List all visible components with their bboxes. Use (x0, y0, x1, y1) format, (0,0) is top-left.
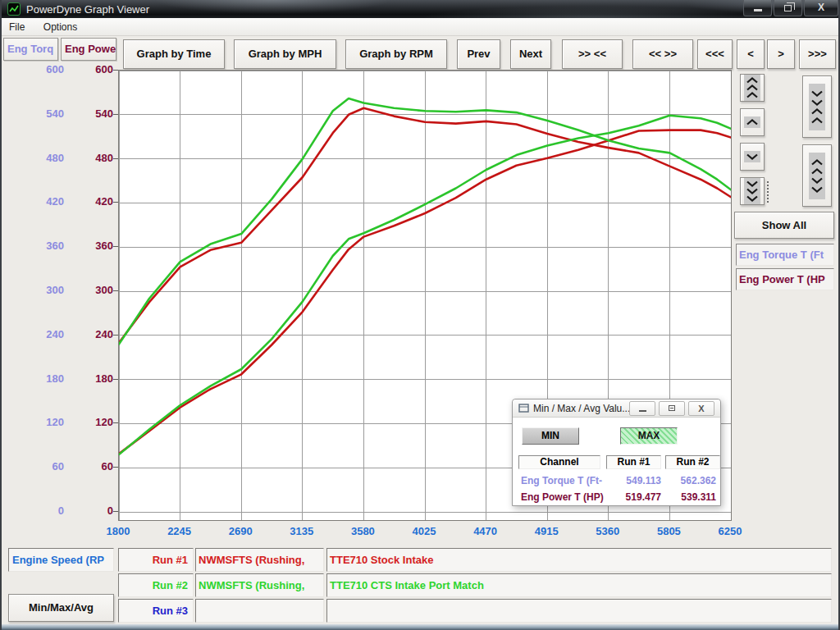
y-axis-label-power: 420 (67, 195, 113, 208)
power-run2-value: 539.311 (665, 491, 716, 503)
power-channel-button[interactable]: Eng Power T (HP (736, 268, 834, 290)
max-toggle-button[interactable]: MAX (620, 427, 678, 445)
y-axis-label-power: 0 (67, 504, 113, 518)
pan-right-fast-button[interactable]: >>> (799, 39, 836, 69)
run2-file-field[interactable]: NWMSFTS (Rushing, (195, 573, 324, 597)
scroll-up-fast-icon (744, 75, 760, 101)
minmax-close-button[interactable]: X (688, 401, 714, 416)
scroll-up-fast-button[interactable] (740, 74, 765, 102)
y-axis-label-torque: 540 (2, 107, 64, 121)
minmax-window: Min / Max / Avg Valu... X MIN MAX Channe… (512, 399, 721, 506)
run2-header[interactable]: Run #2 (665, 455, 720, 469)
minmaxavg-button[interactable]: Min/Max/Avg (8, 594, 114, 622)
y-axis-label-torque: 360 (2, 240, 64, 253)
y-axis-label-power: 60 (67, 460, 113, 473)
y-axis-label-power: 480 (67, 152, 113, 165)
pan-left-button[interactable]: < (737, 39, 765, 69)
power-run1-value: 519.477 (606, 491, 661, 503)
prev-button[interactable]: Prev (457, 39, 500, 69)
y-axis-label-torque: 60 (2, 460, 64, 473)
y-axis-label-torque: 480 (2, 152, 64, 165)
run3-description-field[interactable] (326, 599, 832, 623)
y-axis-label-power: 300 (67, 284, 113, 297)
x-axis-label: 5805 (644, 525, 693, 537)
menu-file[interactable]: File (2, 18, 32, 33)
y-axis-label-power: 360 (67, 240, 113, 253)
y-axis-label-power: 120 (67, 416, 113, 429)
x-axis-label: 4470 (461, 525, 510, 537)
x-axis-label: 6250 (705, 525, 755, 537)
scroll-down-fast-button[interactable] (740, 177, 765, 205)
minmax-restore-button[interactable] (659, 401, 685, 416)
minimize-icon (754, 9, 762, 11)
minmax-minimize-button[interactable] (629, 401, 655, 416)
x-axis-label: 2690 (216, 525, 265, 537)
zoom-out-horizontal-button[interactable]: << >> (632, 39, 693, 69)
y-axis-label-power: 180 (67, 372, 113, 386)
window-bottom-frame (2, 624, 838, 630)
run1-label[interactable]: Run #1 (118, 548, 194, 572)
x-axis-label: 3135 (277, 525, 326, 537)
x-axis-label: 4025 (399, 525, 449, 537)
channel-header[interactable]: Channel (518, 455, 600, 469)
x-axis-label: 3580 (338, 525, 387, 537)
torque-run2-value: 562.362 (665, 475, 716, 486)
resize-grip[interactable] (767, 181, 769, 203)
y-axis-label-torque: 420 (2, 195, 64, 208)
scroll-up-button[interactable] (740, 108, 765, 136)
run3-label[interactable]: Run #3 (118, 599, 194, 623)
run3-file-field[interactable] (195, 599, 324, 623)
zoom-in-vertical-icon (809, 84, 825, 130)
scroll-down-fast-icon (744, 178, 760, 204)
torque-row-label: Eng Torque T (Ft- (521, 475, 602, 486)
minimize-button[interactable] (743, 0, 772, 16)
torque-run1-value: 549.113 (606, 475, 661, 486)
scroll-up-icon (744, 116, 760, 128)
scroll-down-icon (744, 151, 760, 162)
run2-description-field[interactable]: TTE710 CTS Intake Port Match (326, 573, 832, 597)
y-axis-label-power: 240 (67, 328, 113, 341)
torque-channel-button[interactable]: Eng Torque T (Ft (736, 244, 834, 266)
show-all-button[interactable]: Show All (734, 212, 834, 239)
close-button[interactable]: X (804, 0, 838, 16)
menu-options[interactable]: Options (36, 18, 84, 33)
graph-by-time-button[interactable]: Graph by Time (123, 39, 225, 69)
y-axis-label-torque: 120 (2, 416, 64, 429)
minmax-titlebar[interactable]: Min / Max / Avg Valu... X (513, 399, 720, 418)
y-axis-label-power: 600 (67, 63, 113, 76)
app-icon (7, 2, 21, 16)
run2-label[interactable]: Run #2 (118, 573, 194, 597)
next-button[interactable]: Next (510, 39, 551, 69)
minimize-icon (639, 410, 646, 412)
torque-axis-button[interactable]: Eng Torq (3, 38, 58, 61)
titlebar[interactable]: PowerDyne Graph Viewer X (2, 0, 838, 18)
run1-description-field[interactable]: TTE710 Stock Intake (326, 548, 832, 572)
window-title: PowerDyne Graph Viewer (26, 3, 149, 16)
scroll-down-button[interactable] (740, 143, 765, 171)
graph-by-mph-button[interactable]: Graph by MPH (234, 39, 336, 69)
pan-left-fast-button[interactable]: <<< (697, 39, 733, 69)
restore-icon (784, 5, 792, 11)
zoom-out-vertical-button[interactable] (802, 144, 832, 207)
y-axis-label-torque: 300 (2, 284, 64, 297)
app-window: PowerDyne Graph Viewer X File Options En… (0, 0, 840, 630)
zoom-in-vertical-button[interactable] (802, 75, 832, 138)
menubar: File Options (2, 18, 838, 36)
pan-right-button[interactable]: > (767, 39, 795, 69)
restore-icon (669, 405, 675, 411)
minmax-window-icon (518, 404, 530, 413)
x-axis-label: 5360 (583, 525, 632, 537)
y-axis-label-torque: 600 (2, 63, 64, 76)
restore-button[interactable] (774, 0, 802, 16)
graph-by-rpm-button[interactable]: Graph by RPM (345, 39, 447, 69)
zoom-in-horizontal-button[interactable]: >> << (562, 39, 623, 69)
power-axis-button[interactable]: Eng Powe (61, 38, 116, 61)
run1-file-field[interactable]: NWMSFTS (Rushing, (195, 548, 324, 572)
run1-header[interactable]: Run #1 (606, 455, 661, 469)
y-axis-label-torque: 180 (2, 372, 64, 386)
power-row-label: Eng Power T (HP) (521, 491, 604, 503)
y-axis-label-power: 540 (67, 107, 113, 121)
x-axis-channel-button[interactable]: Engine Speed (RP (8, 548, 114, 572)
zoom-out-vertical-icon (809, 153, 825, 199)
min-toggle-button[interactable]: MIN (522, 427, 579, 445)
